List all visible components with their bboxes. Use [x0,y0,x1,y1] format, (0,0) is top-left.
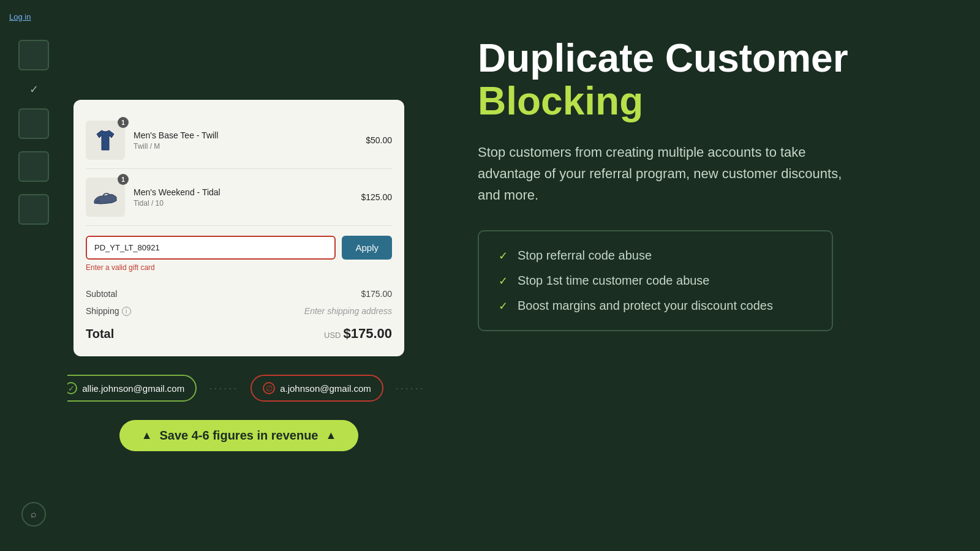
feature-check-icon-1: ✓ [499,249,508,263]
item-badge-1: 1 [118,117,129,128]
headline-line1: Duplicate Customer [478,36,848,80]
item-badge-2: 1 [118,174,129,185]
invalid-email-text: a.johnson@gmail.com [280,383,371,394]
sidebar-box-2 [18,108,49,139]
cta-arrow-right: ▲ [326,429,337,442]
cta-button[interactable]: ▲ Save 4-6 figures in revenue ▲ [119,420,359,451]
sidebar: Log in ✓ ⌕ [0,0,67,551]
sidebar-box-4 [18,194,49,225]
order-summary: Subtotal $175.00 Shipping i Enter shippi… [86,277,392,344]
cta-section: ▲ Save 4-6 figures in revenue ▲ [119,420,359,451]
item-price-1: $50.00 [366,135,392,145]
item-variant-2: Tidal / 10 [134,199,352,208]
feature-text-3: Boost margins and protect your discount … [518,299,773,313]
headline: Duplicate Customer Blocking [478,37,931,123]
item-image-wrapper-1: 1 [86,121,125,160]
shipping-row: Shipping i Enter shipping address [86,302,392,320]
cta-arrow-left: ▲ [141,429,153,442]
email-badges: ✓ allie.johnson@gmail.com ······ ∅ a.joh… [53,375,425,402]
features-box: ✓ Stop referral code abuse ✓ Stop 1st ti… [478,230,833,331]
item-name-1: Men's Base Tee - Twill [134,130,357,141]
discount-section: Apply Enter a valid gift card [86,226,392,277]
total-currency: USD [324,331,341,340]
feature-item-1: ✓ Stop referral code abuse [499,249,812,263]
total-label: Total [86,327,114,341]
headline-line2: Blocking [478,79,643,123]
item-name-2: Men's Weekend - Tidal [134,187,352,198]
valid-email-badge: ✓ allie.johnson@gmail.com [53,375,197,402]
login-link[interactable]: Log in [9,12,31,21]
feature-item-3: ✓ Boost margins and protect your discoun… [499,299,812,313]
invalid-block-icon: ∅ [263,382,275,394]
feature-text-1: Stop referral code abuse [518,249,652,263]
badge-connector-dots: ······ [209,382,238,395]
item-details-1: Men's Base Tee - Twill Twill / M [134,130,357,151]
cart-item-1: 1 Men's Base Tee - Twill Twill / M $50.0… [86,112,392,169]
subtotal-value: $175.00 [361,289,392,299]
shipping-label: Shipping i [86,306,131,316]
item-price-2: $125.00 [361,192,392,202]
right-panel: Duplicate Customer Blocking Stop custome… [429,0,980,551]
badge-connector-dots-2: ······ [396,382,425,395]
item-variant-1: Twill / M [134,142,357,151]
svg-point-0 [96,200,100,203]
discount-error: Enter a valid gift card [86,263,392,272]
item-image-wrapper-2: 1 [86,178,125,217]
total-value: USD$175.00 [324,326,392,342]
subtotal-label: Subtotal [86,289,117,299]
sidebar-box-1 [18,40,49,70]
invalid-email-badge: ∅ a.johnson@gmail.com [251,375,383,402]
search-icon[interactable]: ⌕ [21,502,46,527]
discount-input[interactable] [86,236,336,260]
info-icon: i [122,307,131,316]
cart-item-2: 1 Men's Weekend - Tidal Tidal / 10 $125.… [86,169,392,226]
discount-input-row: Apply [86,236,392,260]
sidebar-box-3 [18,151,49,182]
total-row: Total USD$175.00 [86,320,392,344]
chevron-icon[interactable]: ✓ [29,83,39,96]
cart-panel: 1 Men's Base Tee - Twill Twill / M $50.0… [74,100,404,356]
apply-button[interactable]: Apply [342,236,392,260]
feature-check-icon-2: ✓ [499,274,508,288]
left-panel: Log in ✓ ⌕ 1 Men's Base Tee - Twill [0,0,429,551]
cta-label: Save 4-6 figures in revenue [159,429,318,443]
feature-item-2: ✓ Stop 1st time customer code abuse [499,274,812,288]
feature-text-2: Stop 1st time customer code abuse [518,274,710,288]
feature-check-icon-3: ✓ [499,299,508,313]
valid-email-text: allie.johnson@gmail.com [82,383,184,394]
shipping-value: Enter shipping address [304,306,392,316]
description: Stop customers from creating multiple ac… [478,141,845,206]
item-details-2: Men's Weekend - Tidal Tidal / 10 [134,187,352,208]
subtotal-row: Subtotal $175.00 [86,285,392,302]
